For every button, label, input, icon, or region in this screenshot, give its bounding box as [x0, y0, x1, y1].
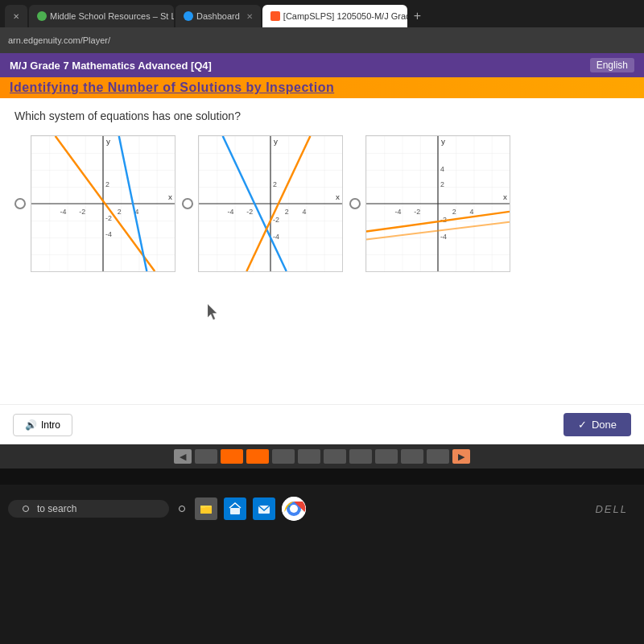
bottom-bar: 🔊 Intro ✓ Done — [0, 404, 644, 444]
graph-option-2[interactable]: x y 2 4 -2 -4 2 -2 -4 — [182, 135, 343, 272]
svg-point-54 — [290, 505, 298, 513]
svg-text:y: y — [274, 137, 278, 146]
svg-text:4: 4 — [440, 165, 444, 173]
tab-middle-school[interactable]: Middle School Resources – St Lu ✕ — [29, 5, 174, 27]
tab-label-2: Dashboard — [196, 11, 240, 21]
graphs-row: x y 2 4 -2 -4 2 -2 -4 — [14, 135, 630, 272]
graph-2[interactable]: x y 2 4 -2 -4 2 -2 -4 — [198, 135, 343, 272]
checkmark-icon: ✓ — [578, 419, 587, 431]
graph-3[interactable]: x y 2 4 -2 -4 4 2 -2 -4 — [365, 135, 510, 272]
language-button[interactable]: English — [590, 58, 634, 72]
radio-btn-1[interactable] — [14, 198, 26, 209]
intro-label: Intro — [41, 419, 60, 431]
done-label: Done — [592, 419, 617, 431]
progress-block-3[interactable] — [246, 449, 269, 464]
progress-block-6[interactable] — [324, 449, 346, 464]
graph-option-3[interactable]: x y 2 4 -2 -4 4 2 -2 -4 — [349, 135, 510, 272]
graph-option-1[interactable]: x y 2 4 -2 -4 2 -2 -4 — [14, 135, 175, 272]
svg-text:-4: -4 — [395, 208, 402, 216]
graph-svg-2: x y 2 4 -2 -4 2 -2 -4 — [199, 136, 342, 271]
svg-text:2: 2 — [452, 208, 456, 216]
progress-block-5[interactable] — [298, 449, 320, 464]
progress-block-9[interactable] — [401, 449, 423, 464]
dell-logo: DELL — [595, 503, 628, 515]
search-placeholder: to search — [37, 503, 76, 514]
svg-text:x: x — [503, 192, 507, 201]
taskbar: to search DELL — [0, 485, 644, 533]
tab-close-icon1[interactable]: ✕ — [13, 12, 19, 21]
svg-text:4: 4 — [470, 208, 474, 216]
tab-favicon-3 — [270, 11, 280, 21]
edgenuity-app: M/J Grade 7 Mathematics Advanced [Q4] En… — [0, 53, 644, 469]
progress-block-2[interactable] — [221, 449, 243, 464]
svg-text:x: x — [336, 192, 340, 201]
progress-next-btn[interactable]: ▶ — [452, 449, 470, 464]
radio-btn-2[interactable] — [182, 198, 193, 209]
progress-block-1[interactable] — [195, 449, 217, 464]
done-button[interactable]: ✓ Done — [564, 413, 631, 436]
address-text: arn.edgenuity.com/Player/ — [8, 35, 110, 45]
chrome-svg — [282, 497, 306, 521]
svg-text:2: 2 — [285, 208, 289, 216]
svg-text:-4: -4 — [105, 231, 112, 239]
windows-start-icon[interactable] — [179, 506, 185, 512]
store-svg — [228, 502, 242, 516]
svg-rect-48 — [200, 507, 212, 514]
tab-close-btn-2[interactable]: ✕ — [246, 12, 253, 21]
graph-svg-3: x y 2 4 -2 -4 4 2 -2 -4 — [366, 136, 510, 271]
svg-text:-2: -2 — [105, 214, 112, 222]
lesson-title-bar: Identifying the Number of Solutions by I… — [0, 77, 644, 98]
course-title: M/J Grade 7 Mathematics Advanced [Q4] — [10, 60, 212, 72]
tab-campslps[interactable]: [CampSLPS] 1205050-M/J Grade ✕ — [262, 5, 407, 27]
progress-prev-btn[interactable]: ◀ — [174, 449, 192, 464]
new-tab-button[interactable]: + — [409, 7, 426, 25]
svg-text:2: 2 — [440, 180, 444, 188]
address-bar: arn.edgenuity.com/Player/ — [0, 27, 644, 53]
speaker-icon: 🔊 — [25, 419, 37, 431]
taskbar-store-icon[interactable] — [224, 497, 246, 520]
tab-label-3: [CampSLPS] 1205050-M/J Grade — [283, 11, 407, 21]
taskbar-explorer-icon[interactable] — [195, 497, 217, 520]
file-explorer-svg — [199, 502, 213, 516]
tab-label-1: Middle School Resources – St Lu — [50, 11, 174, 21]
cursor-icon — [208, 304, 221, 320]
svg-rect-50 — [230, 508, 240, 514]
tab-close-x1[interactable]: ✕ — [5, 5, 27, 27]
graph-svg-1: x y 2 4 -2 -4 2 -2 -4 — [31, 136, 175, 271]
windows-search-icon — [23, 506, 29, 512]
radio-btn-3[interactable] — [349, 198, 361, 209]
progress-block-8[interactable] — [375, 449, 398, 464]
svg-text:-2: -2 — [414, 208, 420, 216]
svg-text:-4: -4 — [273, 233, 279, 241]
svg-rect-49 — [200, 506, 205, 508]
svg-text:-4: -4 — [440, 233, 447, 241]
dark-strip — [0, 469, 644, 485]
svg-text:2: 2 — [273, 180, 277, 188]
svg-text:y: y — [441, 137, 445, 146]
tab-bar: ✕ Middle School Resources – St Lu ✕ Dash… — [0, 0, 644, 27]
taskbar-chrome-icon[interactable] — [282, 497, 306, 521]
progress-block-7[interactable] — [349, 449, 372, 464]
svg-text:-4: -4 — [228, 208, 234, 216]
progress-block-4[interactable] — [272, 449, 295, 464]
graph-1[interactable]: x y 2 4 -2 -4 2 -2 -4 — [31, 135, 175, 272]
progress-area: ◀ ▶ — [0, 444, 644, 469]
browser-chrome: ✕ Middle School Resources – St Lu ✕ Dash… — [0, 0, 644, 53]
svg-marker-46 — [208, 304, 217, 320]
question-text: Which system of equations has one soluti… — [14, 109, 630, 122]
svg-text:-2: -2 — [79, 208, 85, 216]
cursor-area — [14, 288, 630, 353]
svg-text:y: y — [106, 137, 110, 146]
svg-text:-2: -2 — [273, 216, 279, 224]
search-bar[interactable]: to search — [8, 500, 169, 518]
svg-text:-4: -4 — [60, 208, 67, 216]
tab-dashboard[interactable]: Dashboard ✕ — [175, 5, 261, 27]
lesson-title: Identifying the Number of Solutions by I… — [10, 80, 334, 94]
mail-svg — [257, 502, 271, 516]
intro-button[interactable]: 🔊 Intro — [13, 414, 72, 436]
taskbar-mail-icon[interactable] — [253, 497, 275, 520]
svg-text:-2: -2 — [246, 208, 253, 216]
progress-block-10[interactable] — [427, 449, 449, 464]
svg-text:2: 2 — [105, 180, 109, 188]
tab-favicon-2 — [184, 11, 193, 21]
